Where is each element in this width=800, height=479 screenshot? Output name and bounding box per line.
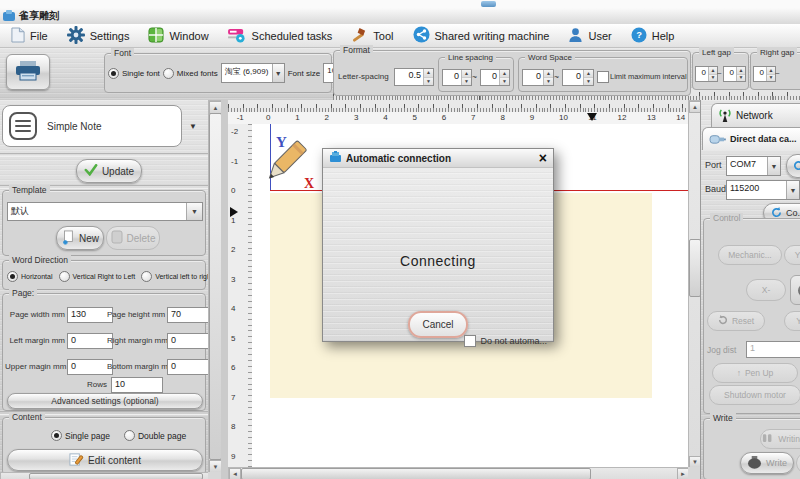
single-font-radio[interactable]: Single font [108, 68, 160, 79]
edit-content-button[interactable]: Edit content [7, 449, 203, 471]
dialog-title: Automatic connection [346, 153, 535, 164]
spinner-up-icon[interactable]: ▲ [462, 70, 471, 78]
cancel-button[interactable]: Cancel [408, 311, 468, 338]
port-select[interactable]: COM7▼ [726, 156, 781, 176]
spinner-down-icon[interactable]: ▼ [737, 75, 745, 82]
rows-input[interactable]: 10 [111, 377, 163, 393]
chevron-down-icon[interactable]: ▼ [272, 64, 284, 82]
menu-item-scheduled-tasks[interactable]: Scheduled tasks [225, 27, 336, 45]
spinner-down-icon[interactable]: ▼ [709, 75, 717, 82]
sidebar-hscrollbar[interactable] [0, 472, 210, 479]
shutdown-motor-button[interactable]: Shutdown motor [709, 385, 800, 405]
title-bar: 雀享雕刻 [0, 8, 800, 25]
note-type-select[interactable]: Simple Note [2, 105, 182, 147]
chevron-down-icon[interactable]: ▼ [786, 181, 799, 199]
print-button[interactable] [6, 54, 50, 90]
right-margin-input[interactable]: 0 [167, 333, 209, 349]
do-not-auto-checkbox[interactable] [464, 335, 476, 347]
y-minus-button[interactable]: Y- [784, 311, 800, 331]
pen-up-button[interactable]: ↑ Pen Up [712, 363, 798, 383]
line-spacing-from-spinner[interactable]: 0 ▲▼ [442, 69, 472, 86]
right-gap-from-spinner[interactable]: 0 ▲▼ [753, 66, 776, 82]
spinner-arrows[interactable]: ▲▼ [766, 67, 775, 81]
new-template-button[interactable]: New [56, 226, 104, 250]
menu-item-window[interactable]: Window [145, 27, 211, 45]
line-spacing-to-spinner[interactable]: 0 ▲▼ [480, 69, 510, 86]
spinner-down-icon[interactable]: ▼ [500, 78, 509, 85]
chevron-down-icon[interactable]: ▼ [186, 203, 202, 220]
direction-vertical-rtl-radio[interactable]: Vertical Right to Left [59, 271, 136, 282]
spinner-arrows[interactable]: ▲▼ [543, 70, 553, 85]
word-space-to-spinner[interactable]: 0 ▲▼ [562, 69, 594, 86]
bottom-margin-input[interactable]: 0 [167, 359, 209, 375]
spinner-up-icon[interactable]: ▲ [424, 69, 433, 78]
h-ruler-number: 13 [647, 113, 656, 122]
menu-item-tool[interactable]: Tool [348, 27, 396, 45]
template-legend: Template [9, 185, 50, 196]
page-height-input[interactable]: 70 [167, 307, 209, 323]
extra-button-fragment[interactable] [796, 452, 800, 474]
spinner-down-icon[interactable]: ▼ [544, 78, 553, 85]
tab-network[interactable]: Network [711, 103, 800, 127]
edit-content-label: Edit content [88, 455, 141, 466]
update-button[interactable]: Update [76, 159, 142, 183]
template-group: Template 默认▼ New Delete [2, 190, 206, 256]
left-gap-from-spinner[interactable]: 0 ▲▼ [695, 66, 718, 82]
advanced-settings-button[interactable]: Advanced settings (optional) [7, 393, 203, 409]
spinner-arrows[interactable]: ▲▼ [736, 67, 745, 81]
menu-item-user[interactable]: User [565, 27, 614, 45]
writing-button[interactable]: Writing... [760, 429, 800, 449]
refresh-ports-button[interactable] [786, 154, 800, 178]
x-minus-button[interactable]: X- [746, 279, 786, 301]
spinner-arrows[interactable]: ▲▼ [499, 70, 509, 85]
h-ruler-number: 4 [383, 113, 387, 122]
limit-interval-checkbox[interactable] [597, 71, 609, 83]
left-gap-to-spinner[interactable]: 0 ▲▼ [723, 66, 746, 82]
direction-vertical-ltr-radio[interactable]: Vertical left to right [141, 271, 213, 282]
template-select[interactable]: 默认▼ [7, 202, 203, 221]
spinner-arrows[interactable]: ▲▼ [708, 67, 717, 81]
delete-template-button[interactable]: Delete [106, 226, 160, 250]
reset-button[interactable]: Reset [707, 311, 765, 331]
spinner-up-icon[interactable]: ▲ [584, 70, 593, 78]
mixed-fonts-radio[interactable]: Mixed fonts [163, 68, 218, 79]
baud-select[interactable]: 115200▼ [726, 180, 800, 200]
spinner-arrows[interactable]: ▲▼ [583, 70, 593, 85]
spinner-up-icon[interactable]: ▲ [544, 70, 553, 78]
shutdown-motor-label: Shutdown motor [724, 390, 786, 400]
spinner-down-icon[interactable]: ▼ [584, 78, 593, 85]
direction-horizontal-radio[interactable]: Horizontal [7, 271, 53, 282]
double-page-radio[interactable]: Double page [124, 430, 186, 441]
spinner-up-icon[interactable]: ▲ [500, 70, 509, 78]
menu-item-settings[interactable]: Settings [64, 26, 133, 46]
scroll-left-icon[interactable]: ◄ [229, 468, 241, 479]
menu-item-shared-writing-machine[interactable]: Shared writing machine [410, 26, 553, 45]
chevron-down-icon[interactable]: ▼ [767, 157, 780, 175]
single-page-radio[interactable]: Single page [51, 430, 110, 441]
word-from-value: 0 [523, 70, 543, 85]
spinner-down-icon[interactable]: ▼ [424, 78, 433, 86]
spinner-arrows[interactable]: ▲▼ [423, 69, 433, 85]
mechanic-button[interactable]: Mechanic... [718, 245, 782, 265]
font-name-select[interactable]: 淘宝 (6,909)▼ [221, 63, 285, 83]
jog-dist-input[interactable]: 1 [746, 341, 800, 358]
spinner-down-icon[interactable]: ▼ [767, 75, 775, 82]
sidebar-hscroll-thumb[interactable] [29, 473, 203, 479]
spinner-down-icon[interactable]: ▼ [462, 78, 471, 85]
letter-spacing-spinner[interactable]: 0.5 ▲▼ [394, 68, 434, 86]
do-not-auto-checkbox-row[interactable]: Do not automa... [464, 335, 547, 347]
menu-item-help[interactable]: ? Help [628, 27, 678, 45]
tab-direct-data-cable[interactable]: Direct data ca... [702, 127, 800, 150]
close-icon[interactable]: × [539, 151, 547, 165]
home-button[interactable] [790, 275, 800, 305]
menu-item-file[interactable]: File [8, 27, 51, 45]
word-space-from-spinner[interactable]: 0 ▲▼ [522, 69, 554, 86]
note-type-dropdown-button[interactable]: ▼ [184, 118, 202, 134]
write-button[interactable]: Write [740, 452, 794, 474]
canvas-hscroll-thumb[interactable] [241, 468, 591, 479]
font-name-value: 淘宝 (6,909) [222, 64, 272, 82]
dialog-title-bar[interactable]: Automatic connection × [323, 149, 553, 168]
spinner-arrows[interactable]: ▲▼ [461, 70, 471, 85]
y-plus-button[interactable]: Y+ [784, 245, 800, 265]
canvas-hscrollbar[interactable]: ◄ ► [228, 467, 690, 479]
